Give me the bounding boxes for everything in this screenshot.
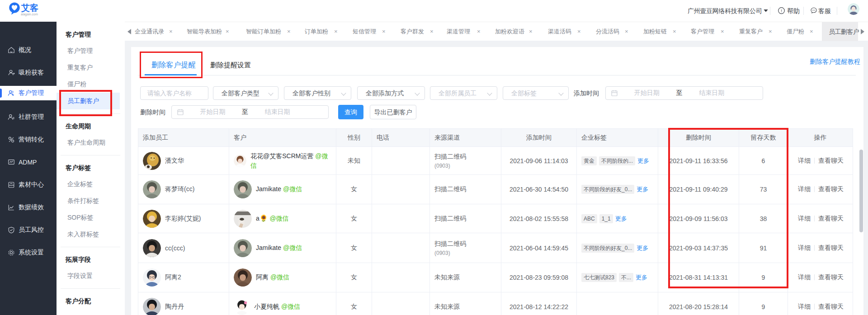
svg-text:aiagain.com: aiagain.com [21, 13, 38, 16]
svg-text:!: ! [781, 8, 782, 13]
svg-text:艾客: 艾客 [21, 3, 38, 13]
